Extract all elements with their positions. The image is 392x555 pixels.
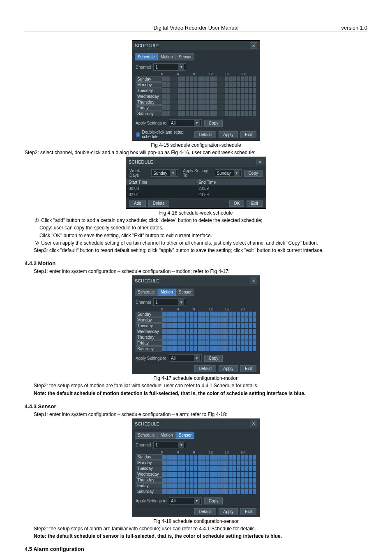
timeline-cell[interactable]	[166, 99, 171, 104]
timeline-cell[interactable]	[201, 317, 205, 322]
timeline-cell[interactable]	[213, 105, 217, 110]
timeline-cell[interactable]	[162, 99, 166, 104]
timeline-cell[interactable]	[233, 489, 237, 494]
timeline-cell[interactable]	[221, 317, 225, 322]
ok-button[interactable]: OK	[229, 200, 244, 207]
timeline-cell[interactable]	[221, 483, 225, 488]
timeline-cell[interactable]	[225, 478, 229, 483]
timeline-cell[interactable]	[162, 483, 166, 488]
timeline-cell[interactable]	[178, 94, 182, 99]
timeline-cell[interactable]	[178, 489, 182, 494]
timeline-cell[interactable]	[253, 329, 257, 334]
timeline-cell[interactable]	[194, 478, 198, 483]
timeline-cell[interactable]	[170, 346, 174, 351]
timeline-cell[interactable]	[241, 76, 245, 81]
timeline-cell[interactable]	[221, 105, 225, 110]
timeline-cell[interactable]	[210, 472, 214, 477]
timeline-cell[interactable]	[253, 346, 257, 351]
timeline-cell[interactable]	[221, 335, 225, 340]
timeline-cell[interactable]	[221, 88, 225, 93]
timeline-cell[interactable]	[174, 99, 178, 104]
timeline-cell[interactable]	[178, 460, 182, 465]
timeline-cell[interactable]	[190, 478, 194, 483]
timeline-cell[interactable]	[186, 323, 190, 328]
timeline-cell[interactable]	[174, 472, 178, 477]
timeline-cell[interactable]	[244, 111, 249, 116]
timeline-cell[interactable]	[249, 472, 253, 477]
timeline-cell[interactable]	[233, 111, 237, 116]
timeline-cell[interactable]	[186, 472, 190, 477]
timeline-cell[interactable]	[186, 340, 190, 345]
timeline-cell[interactable]	[178, 111, 182, 116]
timeline-cell[interactable]	[225, 312, 229, 317]
timeline-cell[interactable]	[233, 94, 237, 99]
timeline-cell[interactable]	[244, 489, 249, 494]
timeline-cell[interactable]	[201, 105, 205, 110]
timeline-cell[interactable]	[249, 346, 253, 351]
timeline-cell[interactable]	[249, 323, 253, 328]
timeline-cell[interactable]	[205, 346, 210, 351]
timeline-cell[interactable]	[237, 472, 241, 477]
timeline-cell[interactable]	[213, 460, 217, 465]
timeline-cell[interactable]	[198, 478, 202, 483]
timeline-cell[interactable]	[233, 105, 237, 110]
timeline-cell[interactable]	[198, 312, 202, 317]
timeline-cell[interactable]	[198, 340, 202, 345]
day-row[interactable]: Tuesday	[136, 466, 256, 472]
timeline-cell[interactable]	[210, 76, 214, 81]
timeline-cell[interactable]	[166, 478, 171, 483]
timeline-cell[interactable]	[186, 460, 190, 465]
apply-button[interactable]: Apply	[219, 365, 238, 372]
timeline-cell[interactable]	[237, 317, 241, 322]
timeline-cell[interactable]	[253, 460, 257, 465]
timeline-cell[interactable]	[225, 466, 229, 471]
timeline-cell[interactable]	[162, 472, 166, 477]
timeline-cell[interactable]	[198, 455, 202, 460]
timeline-cell[interactable]	[162, 489, 166, 494]
timeline-cell[interactable]	[221, 76, 225, 81]
timeline-cell[interactable]	[229, 329, 233, 334]
timeline-cell[interactable]	[178, 76, 182, 81]
timeline-cell[interactable]	[194, 105, 198, 110]
timeline-cell[interactable]	[229, 483, 233, 488]
timeline-cell[interactable]	[190, 82, 194, 87]
timeline-cell[interactable]	[225, 105, 229, 110]
timeline-cell[interactable]	[182, 340, 186, 345]
timeline-cell[interactable]	[233, 340, 237, 345]
timeline-cell[interactable]	[162, 460, 166, 465]
timeline-cell[interactable]	[190, 460, 194, 465]
timeline-cell[interactable]	[174, 312, 178, 317]
timeline-cell[interactable]	[217, 466, 221, 471]
timeline-cell[interactable]	[241, 472, 245, 477]
timeline-cell[interactable]	[166, 94, 171, 99]
timeline-cell[interactable]	[225, 329, 229, 334]
timeline-cell[interactable]	[210, 335, 214, 340]
tab-schedule[interactable]: Schedule	[135, 432, 158, 439]
timeline-cell[interactable]	[170, 323, 174, 328]
timeline-cell[interactable]	[190, 335, 194, 340]
timeline-cell[interactable]	[178, 329, 182, 334]
timeline-cell[interactable]	[205, 323, 210, 328]
timeline-cell[interactable]	[182, 312, 186, 317]
timeline-cell[interactable]	[244, 105, 249, 110]
timeline-cell[interactable]	[198, 99, 202, 104]
timeline-cell[interactable]	[186, 94, 190, 99]
timeline-cell[interactable]	[217, 460, 221, 465]
timeline-cell[interactable]	[201, 99, 205, 104]
tab-sensor[interactable]: Sensor	[176, 432, 195, 439]
timeline-cell[interactable]	[205, 466, 210, 471]
timeline-cell[interactable]	[244, 460, 249, 465]
timeline-cell[interactable]	[233, 335, 237, 340]
timeline-cell[interactable]	[186, 317, 190, 322]
timeline-cell[interactable]	[198, 88, 202, 93]
timeline-cell[interactable]	[244, 76, 249, 81]
add-button[interactable]: Add	[129, 200, 146, 207]
timeline-cell[interactable]	[205, 111, 210, 116]
timeline-cell[interactable]	[205, 105, 210, 110]
timeline-cell[interactable]	[178, 478, 182, 483]
timeline-cell[interactable]	[182, 323, 186, 328]
timeline-cell[interactable]	[186, 329, 190, 334]
timeline-cell[interactable]	[213, 312, 217, 317]
timeline-cell[interactable]	[170, 105, 174, 110]
timeline-cell[interactable]	[170, 312, 174, 317]
